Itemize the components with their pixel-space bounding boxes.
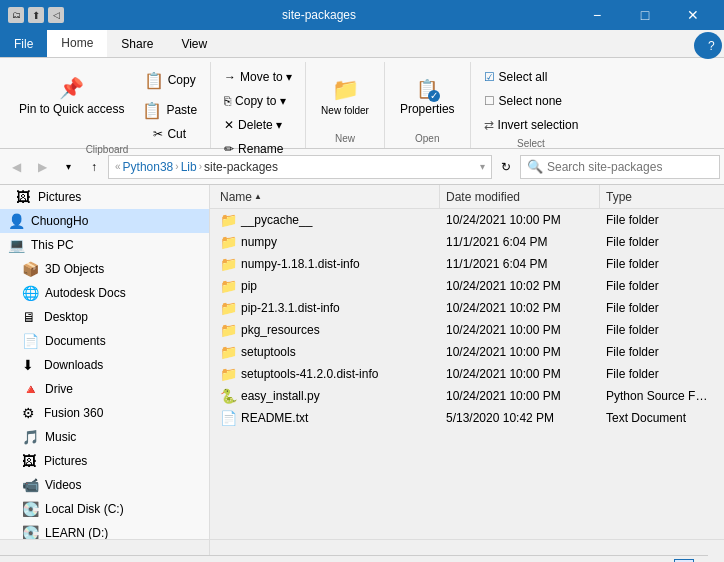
move-to-button[interactable]: → Move to ▾ bbox=[217, 66, 299, 88]
clipboard-buttons: 📌 Pin to Quick access 📋 Copy 📋 Paste ✂ C… bbox=[10, 62, 204, 142]
file-name: 📁 pip bbox=[214, 278, 440, 294]
scroll-corner bbox=[708, 540, 724, 556]
paste-button[interactable]: 📋 Paste bbox=[135, 96, 204, 124]
invert-selection-button[interactable]: ⇄ Invert selection bbox=[477, 114, 586, 136]
copy-paste-col: 📋 Copy 📋 Paste ✂ Cut bbox=[135, 66, 204, 142]
details-view-button[interactable]: ☰ bbox=[674, 559, 694, 563]
file-name: 📁 numpy-1.18.1.dist-info bbox=[214, 256, 440, 272]
tab-home[interactable]: Home bbox=[47, 30, 107, 57]
titlebar-icons: 🗂 ⬆ ◁ bbox=[8, 7, 64, 23]
breadcrumb-current: site-packages bbox=[204, 160, 278, 174]
pc-icon: 💻 bbox=[8, 237, 25, 253]
pin-icon: 📌 bbox=[59, 76, 84, 100]
table-row[interactable]: 📄 README.txt 5/13/2020 10:42 PM Text Doc… bbox=[210, 407, 724, 429]
refresh-button[interactable]: ↻ bbox=[494, 155, 518, 179]
disk-d-icon: 💽 bbox=[22, 525, 39, 539]
pictures2-icon: 🖼 bbox=[22, 453, 38, 469]
select-none-button[interactable]: ☐ Select none bbox=[477, 90, 569, 112]
folder-icon: 📁 bbox=[220, 234, 237, 250]
tab-share[interactable]: Share bbox=[107, 30, 167, 57]
sidebar-item-learn-d[interactable]: 💽 LEARN (D:) bbox=[0, 521, 209, 539]
organize-group: → Move to ▾ ⎘ Copy to ▾ ✕ Delete ▾ ✏ Ren… bbox=[211, 62, 306, 148]
name-sort-icon: ▲ bbox=[254, 192, 262, 201]
sidebar-item-documents[interactable]: 📄 Documents bbox=[0, 329, 209, 353]
cut-label: Cut bbox=[167, 127, 186, 141]
copy-button[interactable]: 📋 Copy bbox=[135, 66, 204, 94]
table-row[interactable]: 📁 pip-21.3.1.dist-info 10/24/2021 10:02 … bbox=[210, 297, 724, 319]
search-input[interactable] bbox=[547, 160, 713, 174]
sidebar-item-music[interactable]: 🎵 Music bbox=[0, 425, 209, 449]
sidebar-item-local-disk[interactable]: 💽 Local Disk (C:) bbox=[0, 497, 209, 521]
up-button[interactable]: ↑ bbox=[82, 155, 106, 179]
table-row[interactable]: 🐍 easy_install.py 10/24/2021 10:00 PM Py… bbox=[210, 385, 724, 407]
minimize-button[interactable]: − bbox=[574, 0, 620, 30]
col-type-header[interactable]: Type bbox=[600, 185, 720, 208]
table-row[interactable]: 📁 numpy-1.18.1.dist-info 11/1/2021 6:04 … bbox=[210, 253, 724, 275]
copy-to-button[interactable]: ⎘ Copy to ▾ bbox=[217, 90, 293, 112]
folder-icon: 📁 bbox=[220, 322, 237, 338]
videos-icon: 📹 bbox=[22, 477, 39, 493]
file-date: 10/24/2021 10:00 PM bbox=[440, 213, 600, 227]
file-name: 📁 numpy bbox=[214, 234, 440, 250]
main-hscroll[interactable] bbox=[210, 540, 708, 555]
sidebar-item-pictures-bottom[interactable]: 🖼 Pictures bbox=[0, 449, 209, 473]
sidebar-item-drive[interactable]: 🔺 Drive bbox=[0, 377, 209, 401]
filelist-body: 📁 __pycache__ 10/24/2021 10:00 PM File f… bbox=[210, 209, 724, 539]
breadcrumb-python38[interactable]: Python38 bbox=[123, 160, 174, 174]
3d-icon: 📦 bbox=[22, 261, 39, 277]
properties-button[interactable]: 📋 ✓ Properties bbox=[391, 66, 464, 126]
breadcrumb: « Python38 › Lib › site-packages ▾ bbox=[108, 155, 492, 179]
select-label: Select bbox=[517, 136, 545, 149]
col-date-header[interactable]: Date modified bbox=[440, 185, 600, 208]
sidebar-item-this-pc[interactable]: 💻 This PC bbox=[0, 233, 209, 257]
file-type: File folder bbox=[600, 257, 720, 271]
recent-button[interactable]: ▾ bbox=[56, 155, 80, 179]
select-all-button[interactable]: ☑ Select all bbox=[477, 66, 555, 88]
view-toggle: ☰ ⊞ bbox=[674, 559, 716, 563]
table-row[interactable]: 📁 pkg_resources 10/24/2021 10:00 PM File… bbox=[210, 319, 724, 341]
table-row[interactable]: 📁 pip 10/24/2021 10:02 PM File folder bbox=[210, 275, 724, 297]
statusbar: 10 items ☰ ⊞ bbox=[0, 555, 724, 562]
col-name-header[interactable]: Name ▲ bbox=[214, 185, 440, 208]
invert-icon: ⇄ bbox=[484, 118, 494, 132]
maximize-button[interactable]: □ bbox=[622, 0, 668, 30]
filelist-header: Name ▲ Date modified Type bbox=[210, 185, 724, 209]
new-folder-button[interactable]: 📁 New folder bbox=[312, 66, 378, 126]
paste-icon: 📋 bbox=[142, 101, 162, 120]
breadcrumb-lib[interactable]: Lib bbox=[181, 160, 197, 174]
sidebar-item-videos[interactable]: 📹 Videos bbox=[0, 473, 209, 497]
table-row[interactable]: 📁 setuptools 10/24/2021 10:00 PM File fo… bbox=[210, 341, 724, 363]
file-type: File folder bbox=[600, 235, 720, 249]
ribbon-content: 📌 Pin to Quick access 📋 Copy 📋 Paste ✂ C… bbox=[0, 58, 724, 148]
sidebar-item-autodesk[interactable]: 🌐 Autodesk Docs bbox=[0, 281, 209, 305]
tab-file[interactable]: File bbox=[0, 30, 47, 57]
open-label: Open bbox=[415, 131, 439, 144]
cut-button[interactable]: ✂ Cut bbox=[135, 126, 204, 142]
table-row[interactable]: 📁 __pycache__ 10/24/2021 10:00 PM File f… bbox=[210, 209, 724, 231]
breadcrumb-dropdown[interactable]: ▾ bbox=[480, 161, 485, 172]
delete-button[interactable]: ✕ Delete ▾ bbox=[217, 114, 289, 136]
sidebar-item-pictures-top[interactable]: 🖼 Pictures bbox=[0, 185, 209, 209]
select-group: ☑ Select all ☐ Select none ⇄ Invert sele… bbox=[471, 62, 592, 148]
help-button[interactable]: ? bbox=[694, 32, 722, 59]
ribbon-tabs: File Home Share View ? bbox=[0, 30, 724, 58]
sidebar: 🖼 Pictures 👤 ChuongHo 💻 This PC 📦 3D Obj… bbox=[0, 185, 210, 539]
organize-buttons: → Move to ▾ ⎘ Copy to ▾ ✕ Delete ▾ ✏ Ren… bbox=[217, 62, 299, 160]
titlebar-controls: − □ ✕ bbox=[574, 0, 716, 30]
forward-button[interactable]: ▶ bbox=[30, 155, 54, 179]
pin-button[interactable]: 📌 Pin to Quick access bbox=[10, 66, 133, 126]
sidebar-item-downloads[interactable]: ⬇ Downloads bbox=[0, 353, 209, 377]
window-icon: 🗂 bbox=[8, 7, 24, 23]
large-icons-view-button[interactable]: ⊞ bbox=[696, 559, 716, 563]
file-type: File folder bbox=[600, 279, 720, 293]
sidebar-item-desktop[interactable]: 🖥 Desktop bbox=[0, 305, 209, 329]
sidebar-item-fusion360[interactable]: ⚙ Fusion 360 bbox=[0, 401, 209, 425]
table-row[interactable]: 📁 setuptools-41.2.0.dist-info 10/24/2021… bbox=[210, 363, 724, 385]
table-row[interactable]: 📁 numpy 11/1/2021 6:04 PM File folder bbox=[210, 231, 724, 253]
tab-view[interactable]: View bbox=[167, 30, 221, 57]
close-button[interactable]: ✕ bbox=[670, 0, 716, 30]
folder-icon: 📁 bbox=[220, 366, 237, 382]
back-button[interactable]: ◀ bbox=[4, 155, 28, 179]
sidebar-item-3d-objects[interactable]: 📦 3D Objects bbox=[0, 257, 209, 281]
sidebar-item-chuongho[interactable]: 👤 ChuongHo bbox=[0, 209, 209, 233]
